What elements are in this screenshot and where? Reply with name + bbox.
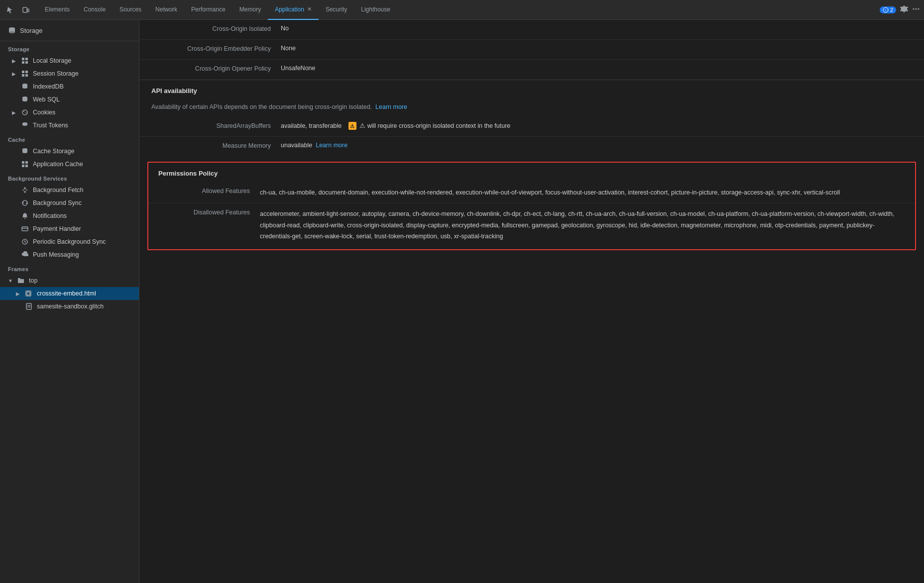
sidebar-bg-fetch[interactable]: Background Fetch (0, 184, 139, 196)
warning-icon: ⚠ (348, 122, 356, 130)
grid-icon (21, 57, 29, 65)
tab-elements[interactable]: Elements (38, 0, 77, 20)
sidebar-trust-tokens[interactable]: Trust Tokens (0, 119, 139, 132)
sidebar-samesite-sandbox[interactable]: samesite-sandbox.glitch (0, 300, 139, 313)
sidebar-cookies[interactable]: ▶ Cookies (0, 106, 139, 119)
embedder-policy-label: Cross-Origin Embedder Policy (151, 45, 281, 52)
sidebar-notifications[interactable]: Notifications (0, 209, 139, 222)
disallowed-features-label: Disallowed Features (160, 208, 260, 216)
sidebar-payment-handler[interactable]: Payment Handler (0, 222, 139, 235)
tab-close-icon[interactable]: ✕ (307, 6, 312, 12)
fetch-icon (21, 186, 29, 194)
crosssite-embed-label: crosssite-embed.html (37, 290, 96, 297)
cursor-icon[interactable] (4, 4, 16, 16)
svg-point-22 (25, 112, 26, 113)
device-icon[interactable] (20, 4, 32, 16)
main-layout: Storage Storage ▶ Local Storage ▶ Sessio… (0, 20, 924, 583)
sidebar-websql[interactable]: Web SQL (0, 93, 139, 106)
sidebar-app-cache[interactable]: Application Cache (0, 158, 139, 171)
payment-handler-label: Payment Handler (33, 225, 81, 232)
storage-icon (8, 26, 16, 34)
sidebar-indexeddb[interactable]: IndexedDB (0, 80, 139, 93)
card-icon (21, 225, 29, 233)
sync-icon (21, 199, 29, 207)
measure-memory-value: unavailable Learn more (281, 142, 912, 149)
tab-performance[interactable]: Performance (184, 0, 232, 20)
sidebar: Storage Storage ▶ Local Storage ▶ Sessio… (0, 20, 139, 583)
tab-network[interactable]: Network (148, 0, 184, 20)
svg-rect-25 (22, 161, 24, 164)
indexeddb-label: IndexedDB (33, 83, 64, 90)
cache-section-label: Cache (0, 132, 139, 145)
sidebar-periodic-sync[interactable]: Periodic Background Sync (0, 235, 139, 248)
db-icon (21, 147, 29, 155)
db-icon (21, 96, 29, 103)
shared-array-label: SharedArrayBuffers (151, 122, 281, 129)
sidebar-local-storage[interactable]: ▶ Local Storage (0, 54, 139, 67)
measure-memory-label: Measure Memory (151, 142, 281, 149)
shared-array-value: available, transferable ⚠ ⚠ will require… (281, 122, 912, 130)
disallowed-features-value: accelerometer, ambient-light-sensor, aut… (260, 208, 903, 242)
notifications-label: Notifications (33, 212, 67, 219)
sidebar-session-storage[interactable]: ▶ Session Storage (0, 67, 139, 80)
sidebar-push-messaging[interactable]: Push Messaging (0, 248, 139, 261)
storage-section-label: Storage (0, 41, 139, 54)
cross-origin-isolated-label: Cross-Origin Isolated (151, 25, 281, 32)
svg-rect-1 (27, 9, 29, 12)
svg-rect-26 (25, 161, 28, 164)
sidebar-bg-section: Background Services Background Fetch Bac… (0, 171, 139, 261)
cross-origin-isolated-row: Cross-Origin Isolated No (139, 20, 924, 40)
tab-console[interactable]: Console (77, 0, 113, 20)
svg-rect-16 (22, 74, 24, 77)
api-section-header: API availability (139, 80, 924, 99)
api-learn-more-link[interactable]: Learn more (375, 103, 407, 110)
svg-point-4 (913, 8, 915, 10)
tab-security[interactable]: Security (319, 0, 354, 20)
svg-point-9 (9, 31, 15, 33)
sidebar-frames-section: Frames ▼ top ▶ crosssite-embed.html (0, 261, 139, 313)
measure-memory-link[interactable]: Learn more (316, 142, 347, 149)
tab-application[interactable]: Application ✕ (268, 0, 319, 20)
clock-icon (21, 238, 29, 246)
svg-point-21 (23, 111, 24, 112)
tab-memory[interactable]: Memory (232, 0, 268, 20)
content-area: Cross-Origin Isolated No Cross-Origin Em… (139, 20, 924, 583)
allowed-features-label: Allowed Features (160, 187, 260, 194)
sidebar-storage-top[interactable]: Storage (0, 24, 139, 37)
periodic-sync-label: Periodic Background Sync (33, 238, 106, 245)
local-storage-label: Local Storage (33, 57, 71, 64)
tab-sources[interactable]: Sources (113, 0, 148, 20)
grid-icon (21, 160, 29, 168)
issue-badge[interactable]: i 2 (880, 6, 896, 13)
svg-rect-12 (22, 61, 24, 64)
trust-tokens-label: Trust Tokens (33, 122, 68, 129)
sidebar-cache-section: Cache Cache Storage Application Cache (0, 132, 139, 171)
cookie-icon (21, 108, 29, 116)
push-messaging-label: Push Messaging (33, 251, 79, 258)
info-table: Cross-Origin Isolated No Cross-Origin Em… (139, 20, 924, 80)
permissions-policy-title: Permissions Policy (148, 169, 915, 182)
websql-label: Web SQL (33, 96, 60, 103)
bg-sync-label: Background Sync (33, 199, 82, 206)
expand-arrow-small: ▶ (16, 291, 21, 296)
db-icon (21, 83, 29, 91)
svg-rect-14 (22, 71, 24, 73)
sidebar-bg-sync[interactable]: Background Sync (0, 196, 139, 209)
tab-lighthouse[interactable]: Lighthouse (354, 0, 397, 20)
more-icon[interactable] (912, 5, 920, 14)
sidebar-top-frame[interactable]: ▼ top (0, 274, 139, 287)
svg-rect-0 (23, 7, 27, 12)
page-icon (25, 302, 33, 310)
embedder-policy-row: Cross-Origin Embedder Policy None (139, 40, 924, 60)
cookies-label: Cookies (33, 109, 55, 116)
api-section: API availability Availability of certain… (139, 80, 924, 157)
cache-storage-label: Cache Storage (33, 148, 74, 155)
api-section-title: API availability (151, 87, 912, 95)
grid-icon (21, 70, 29, 78)
sidebar-crosssite-embed[interactable]: ▶ crosssite-embed.html (0, 287, 139, 300)
sidebar-cache-storage[interactable]: Cache Storage (0, 145, 139, 158)
opener-policy-label: Cross-Origin Opener Policy (151, 65, 281, 72)
svg-rect-27 (22, 165, 24, 167)
svg-text:i: i (885, 8, 886, 12)
settings-icon[interactable] (900, 5, 908, 14)
